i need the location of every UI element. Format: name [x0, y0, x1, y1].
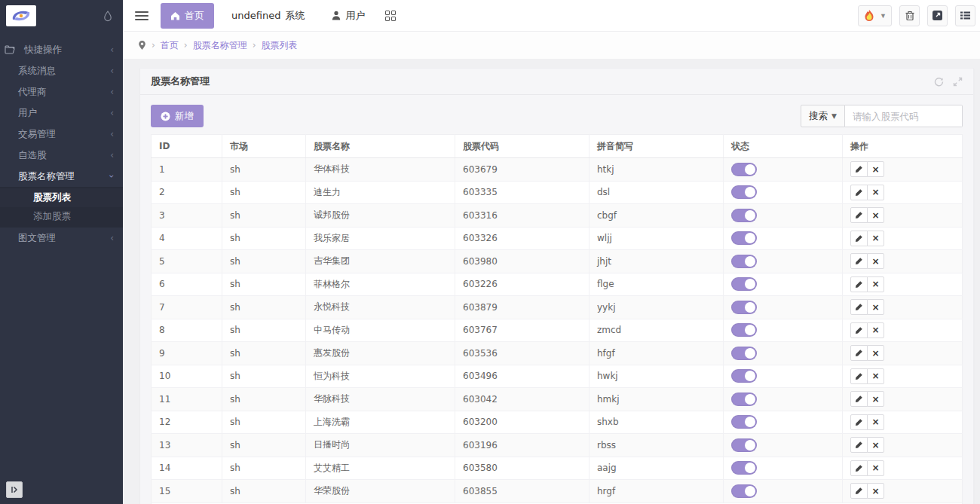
status-toggle[interactable]: [731, 231, 757, 245]
delete-button[interactable]: ×: [867, 161, 884, 177]
sidebar-item-label: 交易管理: [18, 128, 110, 141]
cell-stock-code: 603042: [455, 388, 590, 411]
status-toggle[interactable]: [731, 255, 757, 268]
cell-status: [724, 411, 843, 434]
droplet-icon[interactable]: [103, 11, 112, 22]
delete-button[interactable]: ×: [867, 391, 884, 407]
status-toggle[interactable]: [731, 301, 757, 314]
edit-button[interactable]: [850, 414, 868, 430]
delete-button[interactable]: ×: [867, 368, 884, 384]
pencil-icon: [855, 303, 863, 311]
topbar: 首页undefined系统用户 ▼: [123, 0, 980, 32]
edit-button[interactable]: [850, 437, 868, 453]
sidebar-item-agents[interactable]: 代理商‹: [0, 81, 123, 102]
sidebar-item-watchlist[interactable]: 自选股‹: [0, 145, 123, 166]
sidebar-item-stock-name-management[interactable]: 股票名称管理›: [0, 166, 123, 187]
breadcrumb-link[interactable]: 股票名称管理: [193, 39, 247, 52]
trash-button[interactable]: [899, 5, 920, 26]
edit-button[interactable]: [850, 231, 868, 246]
status-toggle[interactable]: [731, 185, 757, 199]
caret-down-icon: ▼: [831, 112, 837, 120]
cell-status: [724, 434, 843, 457]
cell-id: 5: [152, 250, 222, 273]
edit-button[interactable]: [850, 391, 868, 407]
table-row: 8sh中马传动603767zmcd×: [152, 319, 963, 342]
edit-button[interactable]: [850, 253, 868, 269]
log-list-button[interactable]: [955, 5, 975, 26]
sidebar-item-quick-actions[interactable]: 快捷操作‹: [0, 39, 123, 60]
add-button[interactable]: 新增: [151, 105, 204, 127]
chevron-left-icon: ‹: [110, 66, 114, 76]
cell-id: 1: [152, 158, 222, 182]
delete-button[interactable]: ×: [867, 460, 884, 476]
status-toggle[interactable]: [731, 415, 757, 429]
nav-label: 首页: [185, 9, 204, 23]
status-toggle[interactable]: [731, 438, 757, 452]
sidebar-subitem-add-stock[interactable]: 添加股票: [0, 207, 123, 226]
sidebar-subitem-stock-list[interactable]: 股票列表: [0, 188, 123, 207]
sidebar-collapse-button[interactable]: [6, 481, 23, 498]
edit-button[interactable]: [850, 322, 868, 338]
sidebar-item-system-messages[interactable]: 系统消息‹: [0, 60, 123, 81]
delete-button[interactable]: ×: [867, 483, 884, 499]
edit-button[interactable]: [850, 207, 868, 223]
cell-stock-code: 603326: [455, 227, 590, 250]
status-toggle[interactable]: [731, 393, 757, 406]
app-logo[interactable]: [6, 5, 36, 26]
sidebar-item-users[interactable]: 用户‹: [0, 102, 123, 124]
status-toggle[interactable]: [731, 277, 757, 291]
status-toggle[interactable]: [731, 347, 757, 360]
cell-actions: ×: [843, 342, 963, 365]
status-toggle[interactable]: [731, 461, 757, 475]
sidebar-item-label: 用户: [18, 107, 110, 120]
nav-home-button[interactable]: 首页: [161, 3, 214, 29]
hamburger-icon[interactable]: [135, 11, 149, 20]
cell-status: [724, 204, 843, 228]
delete-button[interactable]: ×: [867, 185, 884, 200]
screenshot-button[interactable]: [927, 5, 948, 26]
status-toggle[interactable]: [731, 484, 757, 498]
breadcrumb-separator: ›: [253, 40, 256, 50]
search-dropdown-button[interactable]: 搜索 ▼: [801, 105, 845, 127]
delete-button[interactable]: ×: [867, 437, 884, 453]
nav-user-button[interactable]: 用户: [322, 3, 375, 29]
pencil-icon: [855, 211, 863, 219]
grid-icon[interactable]: [385, 11, 396, 21]
breadcrumb-link[interactable]: 股票列表: [261, 39, 297, 52]
edit-button[interactable]: [850, 185, 868, 200]
edit-button[interactable]: [850, 276, 868, 292]
refresh-icon[interactable]: [934, 77, 944, 87]
edit-button[interactable]: [850, 345, 868, 361]
delete-button[interactable]: ×: [867, 345, 884, 361]
delete-button[interactable]: ×: [867, 253, 884, 269]
sidebar-item-label: 系统消息: [18, 65, 110, 78]
status-toggle[interactable]: [731, 323, 757, 337]
cell-actions: ×: [843, 480, 963, 503]
delete-button[interactable]: ×: [867, 322, 884, 338]
edit-button[interactable]: [850, 460, 868, 476]
cell-pinyin: jhjt: [590, 250, 724, 273]
nav-system-button[interactable]: undefined系统: [222, 3, 314, 29]
sidebar-item-content-management[interactable]: 图文管理‹: [0, 228, 123, 249]
status-toggle[interactable]: [731, 209, 757, 222]
delete-button[interactable]: ×: [867, 231, 884, 246]
delete-button[interactable]: ×: [867, 299, 884, 315]
theme-flame-button[interactable]: ▼: [858, 5, 892, 26]
delete-button[interactable]: ×: [867, 207, 884, 223]
delete-button[interactable]: ×: [867, 276, 884, 292]
status-toggle[interactable]: [731, 369, 757, 383]
edit-button[interactable]: [850, 483, 868, 499]
status-toggle[interactable]: [731, 163, 757, 176]
edit-button[interactable]: [850, 299, 868, 315]
edit-button[interactable]: [850, 368, 868, 384]
edit-button[interactable]: [850, 161, 868, 177]
search-input[interactable]: [845, 105, 963, 127]
delete-button[interactable]: ×: [867, 414, 884, 430]
cell-status: [724, 319, 843, 342]
fullscreen-icon[interactable]: [953, 77, 963, 87]
location-icon: [138, 40, 146, 50]
breadcrumb-link[interactable]: 首页: [161, 39, 179, 52]
sidebar-item-trade-management[interactable]: 交易管理‹: [0, 124, 123, 145]
cell-stock-name: 中马传动: [306, 319, 455, 342]
cell-pinyin: dsl: [590, 181, 724, 204]
